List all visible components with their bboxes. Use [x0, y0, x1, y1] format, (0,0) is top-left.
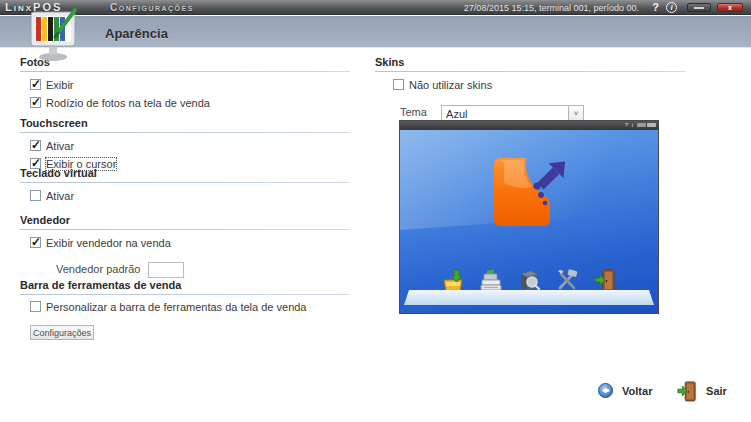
checkbox-personalizar-barra[interactable]: Personalizar a barra de ferramentas da t… — [30, 301, 350, 314]
sair-button[interactable]: Sair — [677, 380, 727, 402]
vendedor-padrao-input[interactable] — [148, 262, 184, 278]
theme-preview: ? i — [399, 120, 659, 314]
preview-dock-icons — [400, 268, 658, 292]
appearance-icon — [27, 8, 81, 62]
exit-door-icon — [677, 380, 697, 402]
checkbox-exibir-vendedor[interactable]: Exibir vendedor na venda — [30, 237, 350, 250]
exit-door-icon — [594, 268, 616, 292]
divider — [20, 294, 350, 295]
title-bar: LinxPOS Configurações 27/08/2015 15:15, … — [0, 0, 751, 15]
tema-selected-value: Azul — [446, 108, 467, 120]
checkbox-label: Ativar — [46, 190, 74, 202]
section-skins: Skins Não utilizar skins Tema Azul ˅ — [375, 56, 685, 122]
vendedor-padrao-label: Vendedor padrão — [56, 263, 140, 275]
search-box-icon — [517, 268, 541, 292]
checkbox-label: Rodízio de fotos na tela de venda — [46, 97, 210, 109]
checkbox[interactable] — [30, 301, 41, 312]
linxpos-logo-icon — [492, 156, 572, 228]
preview-help-info-icons: ? i — [625, 122, 634, 128]
section-title-skins: Skins — [375, 56, 685, 68]
checkbox-label: Exibir — [46, 79, 74, 91]
section-barra-ferramentas: Barra de ferramentas de venda Personaliz… — [20, 279, 350, 340]
divider — [20, 229, 350, 230]
info-icon[interactable]: i — [666, 2, 677, 13]
checkbox[interactable] — [30, 190, 41, 201]
divider — [20, 182, 350, 183]
preview-minimize-icon — [637, 123, 646, 127]
preview-close-icon — [647, 123, 656, 127]
section-fotos: Fotos Exibir Rodízio de fotos na tela de… — [20, 56, 350, 115]
back-arrow-icon — [598, 383, 613, 398]
checkbox-exibir-fotos[interactable]: Exibir — [30, 79, 350, 92]
checkbox[interactable] — [30, 237, 41, 248]
window: LinxPOS Configurações 27/08/2015 15:15, … — [0, 0, 751, 422]
close-button[interactable]: x — [717, 3, 743, 12]
voltar-button[interactable]: Voltar — [598, 383, 652, 398]
section-title-touchscreen: Touchscreen — [20, 117, 350, 129]
voltar-label: Voltar — [622, 385, 652, 397]
minimize-button[interactable] — [687, 3, 711, 12]
checkbox[interactable] — [30, 79, 41, 90]
checkbox-label: Ativar — [46, 140, 74, 152]
checkbox[interactable] — [30, 140, 41, 151]
checkbox[interactable] — [30, 97, 41, 108]
cash-register-icon — [479, 268, 503, 292]
sair-label: Sair — [706, 385, 727, 397]
tema-label: Tema — [400, 106, 438, 118]
checkbox-ativar-teclado[interactable]: Ativar — [30, 190, 350, 203]
checkbox-label: Personalizar a barra de ferramentas da t… — [46, 301, 307, 313]
section-teclado-virtual: Teclado virtual Ativar — [20, 167, 350, 208]
chevron-down-icon[interactable]: ˅ — [568, 106, 583, 121]
checkbox-nao-utilizar-skins[interactable]: Não utilizar skins — [393, 79, 685, 92]
checkbox-rodizio-fotos[interactable]: Rodízio de fotos na tela de venda — [30, 97, 350, 110]
page-title: Aparência — [105, 26, 168, 41]
preview-desktop — [400, 130, 658, 313]
divider — [375, 71, 685, 72]
configuracoes-button[interactable]: Configurações — [30, 325, 94, 340]
preview-titlebar: ? i — [400, 121, 658, 130]
vendedor-padrao-row: Vendedor padrão — [56, 262, 350, 278]
section-title-teclado: Teclado virtual — [20, 167, 350, 179]
section-title-vendedor: Vendedor — [20, 214, 350, 226]
session-status: 27/08/2015 15:15, terminal 001, período … — [464, 3, 639, 13]
checkbox-ativar-touchscreen[interactable]: Ativar — [30, 140, 350, 153]
divider — [20, 71, 350, 72]
checkbox-label: Não utilizar skins — [409, 79, 492, 91]
help-icon[interactable]: ? — [652, 1, 659, 13]
section-vendedor: Vendedor Exibir vendedor na venda Vended… — [20, 214, 350, 278]
divider — [20, 132, 350, 133]
module-title: Configurações — [110, 2, 194, 13]
tools-icon — [555, 268, 579, 292]
section-title-barra: Barra de ferramentas de venda — [20, 279, 350, 291]
checkbox-label: Exibir vendedor na venda — [46, 237, 171, 249]
preview-dock-shelf — [404, 290, 654, 305]
receive-box-icon — [442, 268, 464, 292]
checkbox[interactable] — [393, 79, 404, 90]
